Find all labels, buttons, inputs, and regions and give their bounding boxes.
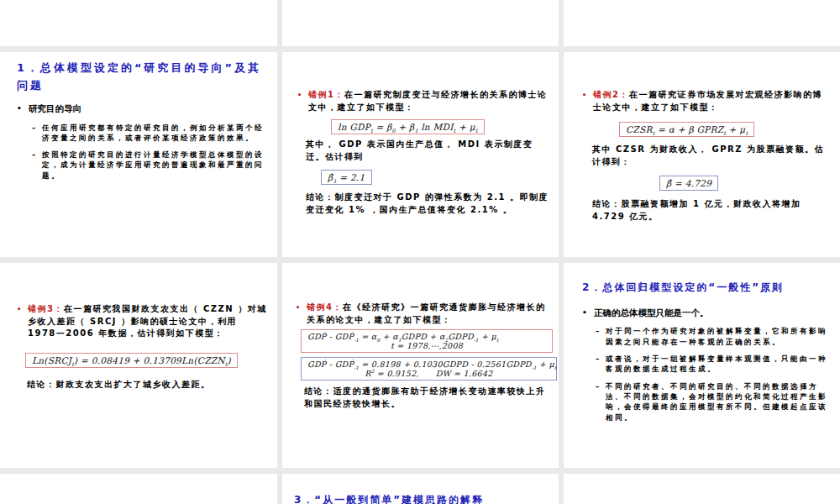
error-label: 错例2：	[593, 90, 629, 99]
bullet-text: 研究目的导向	[29, 103, 81, 115]
model-formula-line-2: t = 1978,⋯,2008	[307, 341, 546, 350]
error-intro: 在一篇研究我国财政支农支出（ CZZN ）对城乡收入差距（ SRCJ ）影响的硕…	[28, 304, 267, 338]
error-label: 错例4：	[307, 302, 343, 312]
slide-partial-blank-bottom-left[interactable]	[0, 474, 277, 504]
dash-bullet-icon: –	[596, 326, 606, 347]
slide-partial-blank-bottom-right[interactable]	[564, 474, 840, 504]
slide-sorter-canvas: 1．总体模型设定的“研究目的导向”及其问题 • 研究目的导向 – 任何应用研究都…	[0, 0, 840, 504]
error-intro: 在《经济研究》一篇研究通货膨胀与经济增长的关系的论文中，建立了如下模型：	[307, 302, 545, 324]
conclusion-text: 结论：股票融资额增加 1 亿元，财政收入将增加 4.729 亿元。	[592, 198, 830, 223]
dash-bullet-icon: –	[32, 123, 42, 144]
slide-example-4-inflation-growth[interactable]: • 错例4：在《经济研究》一篇研究通货膨胀与经济增长的关系的论文中，建立了如下模…	[282, 263, 559, 468]
error-paragraph: 错例3：在一篇研究我国财政支农支出（ CZZN ）对城乡收入差距（ SRCJ ）…	[28, 303, 267, 340]
slide-example-1-gdp-mdi[interactable]: • 错例1：在一篇研究制度变迁与经济增长的关系的博士论文中，建立了如下模型： l…	[282, 52, 559, 257]
sub-bullet-text: 对于同一个作为研究对象的被解释变量，它和所有影响因素之间只能存在一种客观的正确的…	[606, 326, 832, 347]
slide-partial-blank-top-left[interactable]	[0, 0, 277, 46]
dash-bullet-icon: –	[32, 150, 42, 181]
sub-bullet-text: 任何应用研究都有特定的研究目的，例如分析某两个经济变量之间的关系，或者评价某项经…	[42, 123, 267, 144]
sub-bullet-text: 按照特定的研究目的进行计量经济学模型总体模型的设定，成为计量经济学应用研究的普遍…	[42, 150, 267, 181]
slide-research-purpose[interactable]: 1．总体模型设定的“研究目的导向”及其问题 • 研究目的导向 – 任何应用研究都…	[0, 52, 277, 257]
error-label: 错例1：	[308, 90, 344, 99]
error-paragraph: 错例4：在《经济研究》一篇研究通货膨胀与经济增长的关系的论文中，建立了如下模型：	[307, 302, 554, 326]
model-formula-box: GDṖ - GDṖ-1 = α0 + α1GDPD + α2GDPD-1 + μ…	[301, 329, 553, 353]
sub-bullet-text: 或者说，对于一组被解释变量样本观测值，只能由一种客观的数据生成过程生成。	[606, 354, 832, 375]
sub-bullet-text: 不同的研究者、不同的研究目的、不同的数据选择方法、不同的数据集，会对模型的约化和…	[606, 381, 832, 423]
model-formula-line-1: GDṖ - GDṖ-1 = α0 + α1GDPD + α2GDPD-1 + μ…	[307, 332, 546, 341]
slide-example-3-srcj-czzn[interactable]: • 错例3：在一篇研究我国财政支农支出（ CZZN ）对城乡收入差距（ SRCJ…	[0, 263, 277, 468]
slide-generality-principle[interactable]: 2．总体回归模型设定的“一般性”原则 • 正确的总体模型只能是一个。 – 对于同…	[564, 263, 840, 468]
slide-partial-blank-top-right[interactable]	[564, 0, 840, 46]
bullet-dot-icon: •	[17, 103, 29, 115]
slide-title: 3．“从一般到简单”建模思路的解释	[294, 492, 559, 504]
error-intro: 在一篇研究制度变迁与经济增长的关系的博士论文中，建立了如下模型：	[308, 90, 547, 112]
error-label: 错例3：	[28, 304, 64, 313]
bullet-dot-icon: •	[582, 307, 594, 319]
bullet-dot-icon: •	[297, 89, 308, 113]
bullet-dot-icon: •	[582, 89, 593, 113]
bullet-text: 正确的总体模型只能是一个。	[594, 307, 709, 319]
estimate-formula-box: GDṖ - GDṖ-1 = 0.8198 + 0.1030GDPD - 0.25…	[301, 357, 557, 381]
dash-bullet-icon: –	[596, 354, 606, 375]
estimate-formula-box: β̂1 = 2.1	[321, 170, 372, 185]
slide-title: 2．总体回归模型设定的“一般性”原则	[582, 280, 832, 297]
conclusion-text: 结论：制度变迁对于 GDP 的弹性系数为 2.1 。即制度变迁变化 1% ，国内…	[306, 192, 549, 216]
conclusion-text: 结论：适度的通货膨胀有助于经济增长变动速率较快上升和国民经济较快增长。	[304, 386, 549, 410]
explain-text: 其中， GDP 表示国内生产总值， MDI 表示制度变迁。估计得到	[306, 139, 549, 163]
estimate-formula-box: β̂ = 4.729	[659, 176, 718, 191]
slide-title: 1．总体模型设定的“研究目的导向”及其问题	[17, 59, 270, 95]
slide-partial-blank-top-center[interactable]	[282, 0, 559, 46]
bullet-dot-icon: •	[17, 303, 28, 340]
estimate-formula-line-1: GDṖ - GDṖ-1 = 0.8198 + 0.1030GDPD - 0.25…	[307, 360, 550, 369]
explain-text: 其中 CZSR 为财政收入， GPRZ 为股票融资额。估计得到：	[592, 144, 830, 168]
error-paragraph: 错例2：在一篇研究证券市场发展对宏观经济影响的博士论文中，建立了如下模型：	[593, 89, 830, 113]
estimate-formula-line-2: R2 = 0.9152, DW = 1.6642	[307, 369, 550, 378]
bullet-dot-icon: •	[296, 302, 307, 326]
slide-example-2-czsr-gprz[interactable]: • 错例2：在一篇研究证券市场发展对宏观经济影响的博士论文中，建立了如下模型： …	[564, 52, 840, 257]
dash-bullet-icon: –	[596, 381, 606, 423]
conclusion-text: 结论：财政支农支出扩大了城乡收入差距。	[27, 379, 267, 391]
slide-general-to-simple-partial[interactable]: 3．“从一般到简单”建模思路的解释	[282, 474, 559, 504]
model-formula-box: Ln(SRCJt) = 0.08419 + 0.13709Ln(CZZNt)	[25, 353, 238, 368]
model-formula-box: ln GDPt = β0 + β1 ln MDIt + μt	[331, 119, 485, 134]
error-paragraph: 错例1：在一篇研究制度变迁与经济增长的关系的博士论文中，建立了如下模型：	[308, 89, 549, 113]
model-formula-box: CZSRt = α + β GPRZt + μt	[619, 122, 754, 137]
